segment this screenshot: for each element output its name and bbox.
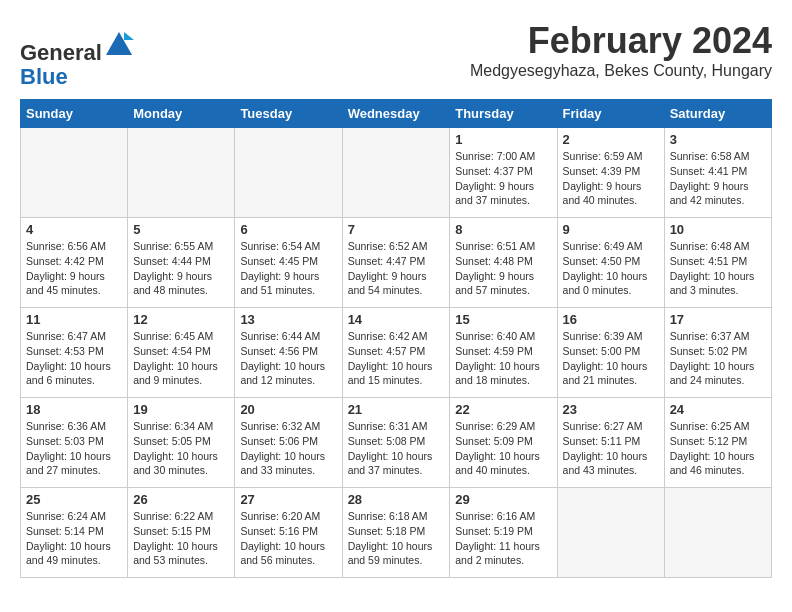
day-detail: Sunrise: 6:20 AMSunset: 5:16 PMDaylight:… bbox=[240, 509, 336, 568]
day-detail: Sunrise: 6:40 AMSunset: 4:59 PMDaylight:… bbox=[455, 329, 551, 388]
calendar-cell: 23Sunrise: 6:27 AMSunset: 5:11 PMDayligh… bbox=[557, 398, 664, 488]
day-detail: Sunrise: 6:36 AMSunset: 5:03 PMDaylight:… bbox=[26, 419, 122, 478]
calendar-cell bbox=[235, 128, 342, 218]
day-number: 25 bbox=[26, 492, 122, 507]
calendar-cell: 22Sunrise: 6:29 AMSunset: 5:09 PMDayligh… bbox=[450, 398, 557, 488]
calendar-cell: 24Sunrise: 6:25 AMSunset: 5:12 PMDayligh… bbox=[664, 398, 771, 488]
day-number: 17 bbox=[670, 312, 766, 327]
weekday-header-row: SundayMondayTuesdayWednesdayThursdayFrid… bbox=[21, 100, 772, 128]
day-detail: Sunrise: 6:56 AMSunset: 4:42 PMDaylight:… bbox=[26, 239, 122, 298]
day-number: 13 bbox=[240, 312, 336, 327]
day-detail: Sunrise: 6:45 AMSunset: 4:54 PMDaylight:… bbox=[133, 329, 229, 388]
day-detail: Sunrise: 6:24 AMSunset: 5:14 PMDaylight:… bbox=[26, 509, 122, 568]
week-row-2: 4Sunrise: 6:56 AMSunset: 4:42 PMDaylight… bbox=[21, 218, 772, 308]
title-block: February 2024 Medgyesegyhaza, Bekes Coun… bbox=[470, 20, 772, 80]
day-number: 2 bbox=[563, 132, 659, 147]
weekday-header-monday: Monday bbox=[128, 100, 235, 128]
location-title: Medgyesegyhaza, Bekes County, Hungary bbox=[470, 62, 772, 80]
calendar-cell: 21Sunrise: 6:31 AMSunset: 5:08 PMDayligh… bbox=[342, 398, 450, 488]
day-number: 21 bbox=[348, 402, 445, 417]
calendar-cell: 11Sunrise: 6:47 AMSunset: 4:53 PMDayligh… bbox=[21, 308, 128, 398]
week-row-5: 25Sunrise: 6:24 AMSunset: 5:14 PMDayligh… bbox=[21, 488, 772, 578]
day-number: 16 bbox=[563, 312, 659, 327]
calendar-cell: 19Sunrise: 6:34 AMSunset: 5:05 PMDayligh… bbox=[128, 398, 235, 488]
weekday-header-thursday: Thursday bbox=[450, 100, 557, 128]
day-number: 4 bbox=[26, 222, 122, 237]
day-number: 5 bbox=[133, 222, 229, 237]
calendar-cell: 18Sunrise: 6:36 AMSunset: 5:03 PMDayligh… bbox=[21, 398, 128, 488]
day-detail: Sunrise: 6:39 AMSunset: 5:00 PMDaylight:… bbox=[563, 329, 659, 388]
day-detail: Sunrise: 6:34 AMSunset: 5:05 PMDaylight:… bbox=[133, 419, 229, 478]
day-number: 20 bbox=[240, 402, 336, 417]
day-detail: Sunrise: 6:25 AMSunset: 5:12 PMDaylight:… bbox=[670, 419, 766, 478]
day-detail: Sunrise: 6:32 AMSunset: 5:06 PMDaylight:… bbox=[240, 419, 336, 478]
calendar-cell: 2Sunrise: 6:59 AMSunset: 4:39 PMDaylight… bbox=[557, 128, 664, 218]
calendar-cell: 4Sunrise: 6:56 AMSunset: 4:42 PMDaylight… bbox=[21, 218, 128, 308]
calendar-cell bbox=[342, 128, 450, 218]
page-header: General Blue February 2024 Medgyesegyhaz… bbox=[20, 20, 772, 89]
day-number: 11 bbox=[26, 312, 122, 327]
day-number: 15 bbox=[455, 312, 551, 327]
day-detail: Sunrise: 6:55 AMSunset: 4:44 PMDaylight:… bbox=[133, 239, 229, 298]
day-detail: Sunrise: 7:00 AMSunset: 4:37 PMDaylight:… bbox=[455, 149, 551, 208]
day-number: 28 bbox=[348, 492, 445, 507]
calendar-cell: 26Sunrise: 6:22 AMSunset: 5:15 PMDayligh… bbox=[128, 488, 235, 578]
day-detail: Sunrise: 6:18 AMSunset: 5:18 PMDaylight:… bbox=[348, 509, 445, 568]
day-detail: Sunrise: 6:48 AMSunset: 4:51 PMDaylight:… bbox=[670, 239, 766, 298]
month-title: February 2024 bbox=[470, 20, 772, 62]
calendar-cell: 9Sunrise: 6:49 AMSunset: 4:50 PMDaylight… bbox=[557, 218, 664, 308]
calendar-cell: 1Sunrise: 7:00 AMSunset: 4:37 PMDaylight… bbox=[450, 128, 557, 218]
calendar-cell: 25Sunrise: 6:24 AMSunset: 5:14 PMDayligh… bbox=[21, 488, 128, 578]
svg-marker-1 bbox=[124, 32, 134, 40]
day-detail: Sunrise: 6:54 AMSunset: 4:45 PMDaylight:… bbox=[240, 239, 336, 298]
day-detail: Sunrise: 6:29 AMSunset: 5:09 PMDaylight:… bbox=[455, 419, 551, 478]
calendar-table: SundayMondayTuesdayWednesdayThursdayFrid… bbox=[20, 99, 772, 578]
calendar-cell: 27Sunrise: 6:20 AMSunset: 5:16 PMDayligh… bbox=[235, 488, 342, 578]
calendar-cell: 12Sunrise: 6:45 AMSunset: 4:54 PMDayligh… bbox=[128, 308, 235, 398]
day-detail: Sunrise: 6:47 AMSunset: 4:53 PMDaylight:… bbox=[26, 329, 122, 388]
day-number: 9 bbox=[563, 222, 659, 237]
day-detail: Sunrise: 6:51 AMSunset: 4:48 PMDaylight:… bbox=[455, 239, 551, 298]
day-number: 10 bbox=[670, 222, 766, 237]
day-detail: Sunrise: 6:52 AMSunset: 4:47 PMDaylight:… bbox=[348, 239, 445, 298]
calendar-cell: 17Sunrise: 6:37 AMSunset: 5:02 PMDayligh… bbox=[664, 308, 771, 398]
day-number: 24 bbox=[670, 402, 766, 417]
day-number: 29 bbox=[455, 492, 551, 507]
day-number: 18 bbox=[26, 402, 122, 417]
weekday-header-saturday: Saturday bbox=[664, 100, 771, 128]
calendar-cell bbox=[21, 128, 128, 218]
weekday-header-sunday: Sunday bbox=[21, 100, 128, 128]
calendar-cell: 10Sunrise: 6:48 AMSunset: 4:51 PMDayligh… bbox=[664, 218, 771, 308]
logo: General Blue bbox=[20, 30, 134, 89]
calendar-cell: 13Sunrise: 6:44 AMSunset: 4:56 PMDayligh… bbox=[235, 308, 342, 398]
day-number: 8 bbox=[455, 222, 551, 237]
week-row-1: 1Sunrise: 7:00 AMSunset: 4:37 PMDaylight… bbox=[21, 128, 772, 218]
calendar-cell: 3Sunrise: 6:58 AMSunset: 4:41 PMDaylight… bbox=[664, 128, 771, 218]
calendar-cell: 20Sunrise: 6:32 AMSunset: 5:06 PMDayligh… bbox=[235, 398, 342, 488]
day-number: 14 bbox=[348, 312, 445, 327]
day-detail: Sunrise: 6:58 AMSunset: 4:41 PMDaylight:… bbox=[670, 149, 766, 208]
day-number: 1 bbox=[455, 132, 551, 147]
day-number: 6 bbox=[240, 222, 336, 237]
day-detail: Sunrise: 6:42 AMSunset: 4:57 PMDaylight:… bbox=[348, 329, 445, 388]
day-detail: Sunrise: 6:27 AMSunset: 5:11 PMDaylight:… bbox=[563, 419, 659, 478]
day-number: 7 bbox=[348, 222, 445, 237]
calendar-cell: 15Sunrise: 6:40 AMSunset: 4:59 PMDayligh… bbox=[450, 308, 557, 398]
day-detail: Sunrise: 6:37 AMSunset: 5:02 PMDaylight:… bbox=[670, 329, 766, 388]
day-number: 3 bbox=[670, 132, 766, 147]
day-number: 12 bbox=[133, 312, 229, 327]
logo-icon bbox=[104, 30, 134, 60]
calendar-cell bbox=[128, 128, 235, 218]
week-row-3: 11Sunrise: 6:47 AMSunset: 4:53 PMDayligh… bbox=[21, 308, 772, 398]
day-detail: Sunrise: 6:49 AMSunset: 4:50 PMDaylight:… bbox=[563, 239, 659, 298]
calendar-cell: 7Sunrise: 6:52 AMSunset: 4:47 PMDaylight… bbox=[342, 218, 450, 308]
calendar-cell: 16Sunrise: 6:39 AMSunset: 5:00 PMDayligh… bbox=[557, 308, 664, 398]
weekday-header-tuesday: Tuesday bbox=[235, 100, 342, 128]
calendar-cell: 14Sunrise: 6:42 AMSunset: 4:57 PMDayligh… bbox=[342, 308, 450, 398]
calendar-cell bbox=[557, 488, 664, 578]
week-row-4: 18Sunrise: 6:36 AMSunset: 5:03 PMDayligh… bbox=[21, 398, 772, 488]
calendar-cell: 5Sunrise: 6:55 AMSunset: 4:44 PMDaylight… bbox=[128, 218, 235, 308]
day-number: 22 bbox=[455, 402, 551, 417]
day-detail: Sunrise: 6:31 AMSunset: 5:08 PMDaylight:… bbox=[348, 419, 445, 478]
day-detail: Sunrise: 6:16 AMSunset: 5:19 PMDaylight:… bbox=[455, 509, 551, 568]
